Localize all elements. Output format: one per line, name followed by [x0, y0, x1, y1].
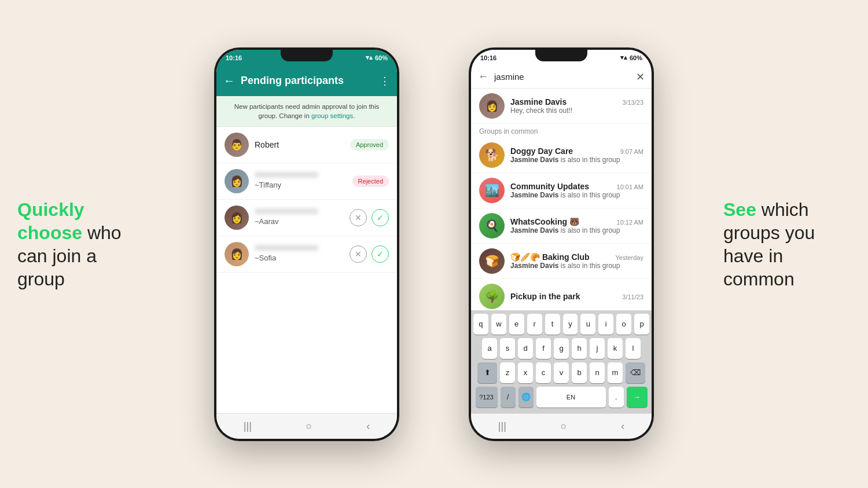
phone2: 10:16 ▾▴ 60% ← ✕ 👩 Jasmine D	[469, 47, 654, 441]
notif-link[interactable]: group settings	[311, 112, 353, 119]
phone1-back-button[interactable]: ←	[223, 74, 235, 87]
key-m[interactable]: m	[608, 362, 623, 383]
pickup-name: Pickup in the park	[510, 292, 580, 301]
key-o[interactable]: o	[616, 314, 631, 335]
pickup-chat-top: Pickup in the park 3/11/23	[510, 292, 643, 301]
whats-name: WhatsCooking 🐻	[510, 217, 579, 226]
participant-item-tiffany: 👩 ~Tiffany Rejected	[216, 163, 397, 200]
phone1-menu-button[interactable]: ⋮	[380, 75, 390, 87]
aarav-reject-button[interactable]: ✕	[350, 209, 367, 226]
phone2-nav-back: ‹	[621, 420, 624, 432]
sofia-reject-button[interactable]: ✕	[350, 245, 367, 263]
notif-text: New participants need admin approval to …	[234, 103, 380, 119]
phone2-clear-button[interactable]: ✕	[636, 71, 645, 83]
tiffany-blurred-number	[255, 172, 318, 178]
phone1: 10:16 ▾▴ 60% ← Pending participants ⋮ Ne…	[214, 47, 399, 441]
key-e[interactable]: e	[509, 314, 524, 335]
nav-icon-home: ○	[306, 420, 312, 432]
key-u[interactable]: u	[580, 314, 595, 335]
key-k[interactable]: k	[608, 338, 623, 359]
right-text: See which groups you have in common	[723, 198, 851, 291]
phone2-search-bar: ← ✕	[471, 66, 652, 89]
community-time: 10:01 AM	[617, 184, 643, 190]
avatar-doggy: 🐕	[479, 142, 505, 168]
key-v[interactable]: v	[554, 362, 569, 383]
avatar-whats: 🍳	[479, 213, 505, 239]
phone2-time: 10:16	[480, 54, 496, 61]
participant-item-robert: 👨 Robert Approved	[216, 127, 397, 163]
chat-item-baking[interactable]: 🍞 🍞🥖🥐 Baking Club Yesterday Jasmine Davi…	[471, 244, 652, 279]
key-numbers[interactable]: ?123	[476, 387, 498, 408]
whats-chat-top: WhatsCooking 🐻 10:12 AM	[510, 217, 643, 226]
key-x[interactable]: x	[518, 362, 533, 383]
aarav-approve-button[interactable]: ✓	[372, 209, 389, 226]
avatar-robert: 👨	[225, 133, 249, 157]
key-r[interactable]: r	[527, 314, 542, 335]
chat-item-pickup[interactable]: 🌳 Pickup in the park 3/11/23	[471, 279, 652, 310]
key-t[interactable]: t	[545, 314, 560, 335]
key-backspace[interactable]: ⌫	[626, 362, 645, 383]
chat-item-jasmine[interactable]: 👩 Jasmine Davis 3/13/23 Hey, check this …	[471, 89, 652, 124]
key-space[interactable]: EN	[536, 387, 606, 408]
nav-icon-recents: |||	[244, 420, 252, 432]
aarav-action-btns: ✕ ✓	[350, 209, 389, 226]
sofia-approve-button[interactable]: ✓	[372, 245, 389, 263]
key-shift[interactable]: ⬆	[477, 362, 497, 383]
notif-dot: .	[353, 112, 355, 119]
avatar-tiffany: 👩	[225, 169, 249, 193]
community-chat-content: Community Updates 10:01 AM Jasmine Davis…	[510, 182, 643, 199]
jasmine-name: Jasmine Davis	[510, 97, 567, 107]
phone1-inner: 10:16 ▾▴ 60% ← Pending participants ⋮ Ne…	[216, 50, 397, 439]
key-f[interactable]: f	[536, 338, 551, 359]
key-w[interactable]: w	[491, 314, 506, 335]
key-a[interactable]: a	[482, 338, 497, 359]
left-text: Quickly choose who can join a group	[17, 198, 145, 291]
baking-time: Yesterday	[615, 254, 643, 261]
chat-item-whats[interactable]: 🍳 WhatsCooking 🐻 10:12 AM Jasmine Davis …	[471, 208, 652, 244]
phone2-battery-icon: 60%	[630, 54, 642, 61]
chat-item-community[interactable]: 🏙️ Community Updates 10:01 AM Jasmine Da…	[471, 173, 652, 208]
key-slash[interactable]: /	[501, 387, 516, 408]
key-period[interactable]: .	[609, 387, 624, 408]
participant-name-robert: Robert	[255, 140, 344, 149]
keyboard-row3: ⬆ z x c v b n m ⌫	[473, 362, 649, 383]
phone2-bottom-nav: ||| ○ ‹	[471, 413, 652, 439]
community-name: Community Updates	[510, 182, 589, 191]
key-y[interactable]: y	[563, 314, 578, 335]
key-i[interactable]: i	[598, 314, 613, 335]
key-d[interactable]: d	[518, 338, 533, 359]
phone2-search-input[interactable]	[494, 72, 630, 82]
key-s[interactable]: s	[500, 338, 515, 359]
key-p[interactable]: p	[634, 314, 649, 335]
badge-approved-robert: Approved	[350, 139, 389, 151]
key-b[interactable]: b	[572, 362, 587, 383]
key-h[interactable]: h	[572, 338, 587, 359]
key-g[interactable]: g	[554, 338, 569, 359]
groups-in-common-label: Groups in common	[471, 124, 652, 138]
avatar-community: 🏙️	[479, 178, 505, 203]
phone2-notch	[535, 50, 587, 61]
doggy-chat-top: Doggy Day Care 9:07 AM	[510, 146, 643, 156]
key-j[interactable]: j	[590, 338, 605, 359]
left-text-highlight: Quickly choose	[17, 199, 84, 243]
community-preview: Jasmine Davis is also in this group	[510, 191, 643, 199]
chat-item-doggy[interactable]: 🐕 Doggy Day Care 9:07 AM Jasmine Davis i…	[471, 138, 652, 173]
key-c[interactable]: c	[536, 362, 551, 383]
phone2-back-button[interactable]: ←	[478, 71, 488, 83]
phone2-inner: 10:16 ▾▴ 60% ← ✕ 👩 Jasmine D	[471, 50, 652, 439]
participant-item-aarav: 👩 ~Aarav ✕ ✓	[216, 200, 397, 236]
key-z[interactable]: z	[500, 362, 515, 383]
baking-chat-content: 🍞🥖🥐 Baking Club Yesterday Jasmine Davis …	[510, 252, 643, 270]
key-globe[interactable]: 🌐	[518, 387, 534, 408]
jasmine-chat-content: Jasmine Davis 3/13/23 Hey, check this ou…	[510, 97, 643, 115]
avatar-aarav: 👩	[225, 206, 249, 230]
key-n[interactable]: n	[590, 362, 605, 383]
key-q[interactable]: q	[473, 314, 488, 335]
phone1-title: Pending participants	[241, 75, 374, 87]
key-l[interactable]: l	[626, 338, 641, 359]
key-send[interactable]: →	[627, 387, 648, 408]
phone1-notification: New participants need admin approval to …	[216, 96, 397, 127]
signal-icon: ▾▴	[366, 54, 373, 61]
participant-name-sofia: ~Sofia	[255, 254, 276, 262]
participant-name-aarav: ~Aarav	[255, 217, 279, 226]
